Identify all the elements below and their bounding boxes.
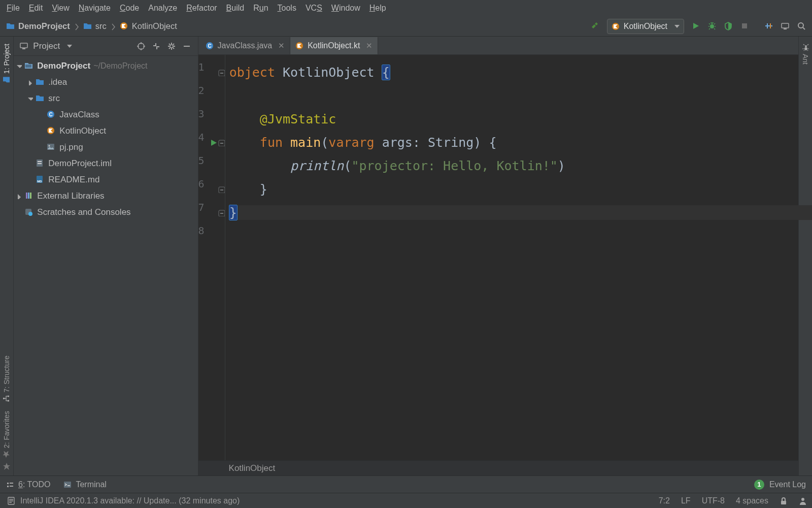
build-button[interactable] <box>588 19 602 34</box>
hide-panel-button[interactable] <box>180 39 194 53</box>
tree-row[interactable]: DemoProject.iml <box>14 155 197 172</box>
file-encoding[interactable]: UTF-8 <box>702 496 725 505</box>
caret-position[interactable]: 7:2 <box>659 496 670 505</box>
tree-row[interactable]: KotlinObject <box>14 123 197 139</box>
coverage-button[interactable] <box>722 19 736 34</box>
tree-label: README.md <box>48 175 99 185</box>
tree-row[interactable]: Scratches and Consoles <box>14 204 197 220</box>
menu-edit[interactable]: Edit <box>24 0 48 16</box>
fold-icon[interactable] <box>218 131 225 154</box>
tree-label: DemoProject <box>37 61 90 71</box>
java-icon <box>46 110 56 119</box>
chevron-right-icon <box>111 22 116 31</box>
line-separator[interactable]: LF <box>681 496 691 505</box>
search-everywhere-button[interactable] <box>795 19 809 34</box>
menu-file[interactable]: File <box>2 0 24 16</box>
tree-row[interactable]: pj.png <box>14 139 197 155</box>
menu-vcs[interactable]: VCS <box>301 0 327 16</box>
menu-analyze[interactable]: Analyze <box>144 0 182 16</box>
tree-label: External Libraries <box>37 191 104 201</box>
fold-icon[interactable] <box>218 201 225 225</box>
tab-label: JavaClass.java <box>218 41 273 50</box>
expand-icon[interactable] <box>14 193 24 199</box>
chevron-right-icon <box>74 22 79 31</box>
kotlin-icon <box>295 42 303 50</box>
menu-code[interactable]: Code <box>115 0 144 16</box>
line-number-gutter: 12345678 <box>198 55 210 460</box>
menu-run[interactable]: Run <box>249 0 273 16</box>
iml-icon <box>35 159 45 168</box>
editor-tab[interactable]: KotlinObject.kt✕ <box>290 37 378 54</box>
notification-icon[interactable] <box>7 497 15 505</box>
code-area[interactable]: object KotlinObject { @JvmStatic fun mai… <box>225 55 812 460</box>
kotlin-icon <box>46 126 56 136</box>
expand-icon[interactable] <box>14 63 24 69</box>
editor-tabs: JavaClass.java✕KotlinObject.kt✕ <box>198 37 798 55</box>
status-message[interactable]: IntelliJ IDEA 2020.1.3 available: // Upd… <box>20 496 240 505</box>
project-tree[interactable]: DemoProject~/DemoProject.ideasrcJavaClas… <box>14 56 197 475</box>
close-icon[interactable]: ✕ <box>366 41 373 50</box>
indent-setting[interactable]: 4 spaces <box>736 496 768 505</box>
git-button[interactable] <box>762 19 776 34</box>
menu-help[interactable]: Help <box>365 0 391 16</box>
workspace: 1: Project 7: Structure 2: Favorites Pro… <box>0 37 812 475</box>
menu-window[interactable]: Window <box>327 0 365 16</box>
fold-icon[interactable] <box>218 178 225 201</box>
java-icon <box>206 42 214 50</box>
expand-icon[interactable] <box>25 79 35 85</box>
star-icon <box>3 462 11 470</box>
md-icon <box>35 175 45 184</box>
breadcrumb-project-label: DemoProject <box>18 21 70 31</box>
tree-label: src <box>48 93 60 104</box>
editor-tab[interactable]: JavaClass.java✕ <box>200 37 291 54</box>
breadcrumb-folder[interactable]: src <box>81 20 109 32</box>
breadcrumb-project[interactable]: DemoProject <box>4 20 72 32</box>
tree-label: pj.png <box>59 142 83 152</box>
tree-row[interactable]: src <box>14 90 197 107</box>
tool-project-tab[interactable]: 1: Project <box>3 40 11 88</box>
breadcrumb-file[interactable]: KotlinObject <box>118 20 179 32</box>
event-log-button[interactable]: 1 Event Log <box>754 480 806 490</box>
memory-indicator[interactable] <box>799 497 807 505</box>
chevron-down-icon <box>674 25 680 28</box>
run-gutter <box>210 55 218 460</box>
run-button[interactable] <box>689 19 703 34</box>
debug-button[interactable] <box>705 19 720 34</box>
menu-navigate[interactable]: Navigate <box>74 0 115 16</box>
bottom-tool-strip: 6: TODO Terminal 1 Event Log <box>0 475 812 493</box>
tool-todo-tab[interactable]: 6: TODO <box>6 480 50 489</box>
menu-refactor[interactable]: Refactor <box>182 0 221 16</box>
event-count-badge: 1 <box>754 480 764 490</box>
menu-build[interactable]: Build <box>222 0 249 16</box>
tree-row[interactable]: .idea <box>14 74 197 90</box>
tree-row[interactable]: JavaClass <box>14 107 197 123</box>
tree-row[interactable]: External Libraries <box>14 188 197 204</box>
project-icon <box>24 61 34 71</box>
readonly-toggle[interactable] <box>780 497 788 505</box>
stop-button[interactable] <box>738 19 752 34</box>
ide-root: File Edit View Navigate Code Analyze Ref… <box>0 0 812 508</box>
menu-tools[interactable]: Tools <box>273 0 301 16</box>
editor-area: JavaClass.java✕KotlinObject.kt✕ 12345678… <box>198 37 798 475</box>
run-config-label: KotlinObject <box>624 22 667 31</box>
libs-icon <box>24 192 34 201</box>
run-line-icon[interactable] <box>210 131 218 154</box>
tree-label: .idea <box>48 77 67 87</box>
tree-row[interactable]: README.md <box>14 172 197 188</box>
settings-button[interactable] <box>164 39 179 53</box>
tool-structure-tab[interactable]: 7: Structure <box>3 352 11 406</box>
navigation-bar: DemoProject src KotlinObject KotlinObjec… <box>0 16 812 37</box>
tool-favorites-tab[interactable]: 2: Favorites <box>3 407 11 462</box>
chevron-down-icon[interactable] <box>67 45 72 48</box>
expand-all-button[interactable] <box>149 39 163 53</box>
editor-breadcrumb[interactable]: KotlinObject <box>198 460 798 475</box>
select-opened-file-button[interactable] <box>134 39 148 53</box>
expand-icon[interactable] <box>25 96 35 102</box>
menu-view[interactable]: View <box>47 0 74 16</box>
run-config-selector[interactable]: KotlinObject <box>607 19 684 34</box>
tree-row[interactable]: DemoProject~/DemoProject <box>14 58 197 74</box>
fold-icon[interactable] <box>218 61 225 84</box>
presentation-button[interactable] <box>779 19 793 34</box>
close-icon[interactable]: ✕ <box>278 41 285 50</box>
tool-terminal-tab[interactable]: Terminal <box>63 480 106 489</box>
